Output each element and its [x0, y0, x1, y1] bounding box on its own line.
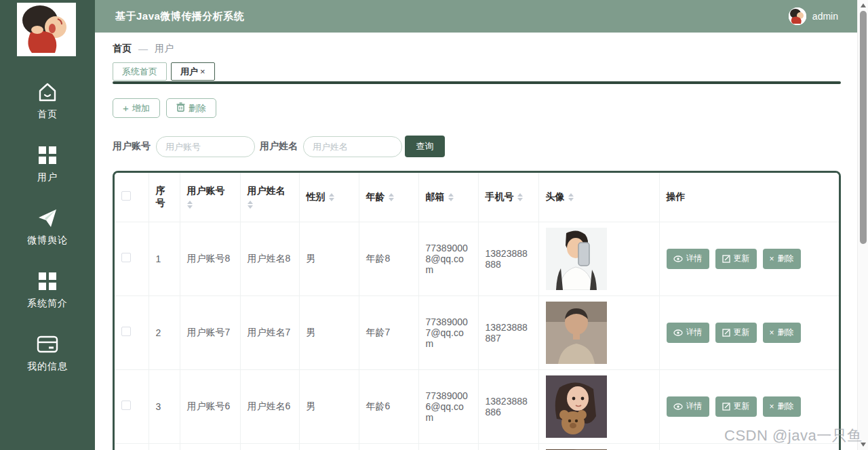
tab-label: 用户 [180, 66, 198, 78]
cell-name: 用户姓名7 [240, 295, 299, 369]
row-checkbox[interactable] [121, 253, 131, 262]
cell-email: 773890008@qq.com [418, 222, 478, 295]
row-delete-label: 删除 [778, 253, 794, 264]
detail-button[interactable]: 详情 [667, 323, 709, 343]
edit-icon [722, 329, 730, 337]
add-button-label: 增加 [132, 102, 150, 115]
breadcrumb-current: 用户 [155, 43, 174, 55]
user-avatar-image [546, 375, 607, 438]
sort-icon[interactable] [517, 193, 523, 201]
cell-gender: 男 [299, 295, 359, 369]
update-button-label: 更新 [734, 401, 750, 412]
add-button[interactable]: + 增加 [113, 98, 160, 118]
tab-label: 系统首页 [122, 66, 157, 78]
query-button[interactable]: 查询 [405, 136, 445, 157]
row-delete-label: 删除 [778, 327, 794, 338]
select-all-checkbox[interactable] [121, 191, 131, 201]
detail-button-label: 详情 [686, 327, 703, 338]
trash-icon [176, 102, 185, 114]
cell-index: 3 [149, 369, 180, 443]
sort-icon[interactable] [389, 193, 394, 201]
sort-icon[interactable] [187, 201, 193, 209]
tab-underline-bar [113, 81, 841, 84]
header-label: 性别 [307, 191, 326, 203]
header-phone: 手机号 [478, 173, 538, 222]
tab-close-icon[interactable]: × [200, 66, 205, 77]
table-row: 1 用户账号8 用户姓名8 男 年龄8 773890008@qq.com 138… [115, 222, 839, 295]
detail-button[interactable]: 详情 [667, 396, 709, 417]
sidebar-item-my-info[interactable]: 我的信息 [27, 332, 68, 373]
header-avatar: 头像 [538, 173, 659, 222]
header-label: 年龄 [366, 191, 385, 203]
header-ops: 操作 [659, 173, 839, 222]
row-actions: 详情 更新 ×删除 [667, 249, 833, 269]
cell-account: 用户账号6 [180, 369, 240, 443]
scroll-up-icon[interactable] [861, 3, 866, 7]
csdn-watermark: CSDN @java一只鱼 [724, 426, 863, 446]
cell-phone: 13823888885 [478, 443, 538, 450]
detail-button[interactable]: 详情 [667, 249, 709, 269]
row-checkbox[interactable] [121, 327, 131, 336]
x-icon: × [770, 328, 774, 338]
cell-account: 用户账号5 [180, 443, 240, 450]
update-button-label: 更新 [734, 253, 750, 264]
cell-age: 年龄8 [359, 222, 418, 295]
account-search-input[interactable] [156, 136, 255, 157]
name-search-label: 用户姓名 [260, 140, 298, 152]
cell-email: 773890006@qq.com [418, 369, 478, 443]
sidebar-item-weibo-opinion[interactable]: 微博舆论 [27, 206, 68, 247]
tab-system-home[interactable]: 系统首页 [113, 62, 167, 81]
header-label: 用户姓名 [248, 185, 285, 197]
vertical-scrollbar[interactable] [857, 0, 868, 450]
sort-icon[interactable] [448, 193, 454, 201]
cell-phone: 13823888888 [478, 222, 538, 295]
app-window: 首页 用户 微博舆论 系统简介 [0, 0, 868, 450]
sidebar-item-home[interactable]: 首页 [35, 80, 60, 121]
cell-age: 年龄6 [359, 369, 418, 443]
app-title: 基于Java微博传播分析系统 [115, 10, 244, 23]
row-delete-button[interactable]: ×删除 [763, 323, 801, 343]
row-delete-button[interactable]: ×删除 [763, 249, 801, 269]
user-avatar-image [546, 228, 607, 290]
cell-email: 773890007@qq.com [418, 295, 478, 369]
sidebar-item-system-intro[interactable]: 系统简介 [27, 269, 68, 310]
row-delete-button[interactable]: ×删除 [763, 396, 801, 417]
cell-age: 年龄5 [359, 443, 418, 450]
cell-phone: 13823888886 [478, 369, 538, 443]
header-label: 用户账号 [187, 185, 225, 197]
scrollbar-thumb[interactable] [860, 11, 867, 244]
breadcrumb: 首页 — 用户 [113, 43, 174, 55]
eye-icon [673, 255, 683, 262]
sort-icon[interactable] [248, 201, 253, 209]
toolbar: + 增加 删除 [113, 98, 216, 118]
x-icon: × [770, 254, 774, 264]
sort-icon[interactable] [568, 193, 574, 201]
delete-button[interactable]: 删除 [166, 98, 216, 118]
row-actions: 详情 更新 ×删除 [667, 396, 833, 417]
logo-cartoon-image [17, 3, 76, 56]
cell-gender: 男 [299, 222, 359, 295]
cell-gender: 男 [299, 369, 359, 443]
sidebar-item-users[interactable]: 用户 [35, 143, 60, 184]
update-button-label: 更新 [734, 327, 750, 338]
cell-account: 用户账号8 [180, 222, 240, 295]
cell-age: 年龄7 [359, 295, 418, 369]
sort-icon[interactable] [329, 193, 334, 201]
update-button[interactable]: 更新 [715, 323, 757, 343]
update-button[interactable]: 更新 [715, 396, 757, 417]
x-icon: × [770, 402, 774, 411]
cell-index: 1 [149, 222, 180, 295]
sidebar-item-label: 首页 [37, 108, 58, 121]
card-icon [35, 332, 60, 356]
header-name: 用户姓名 [240, 173, 299, 222]
tab-users[interactable]: 用户 × [171, 62, 215, 81]
breadcrumb-home[interactable]: 首页 [113, 43, 132, 55]
top-header-bar: 基于Java微博传播分析系统 admin [95, 0, 857, 33]
update-button[interactable]: 更新 [715, 249, 757, 269]
row-checkbox[interactable] [121, 401, 131, 410]
name-search-input[interactable] [303, 136, 402, 157]
edit-icon [722, 255, 730, 263]
user-menu[interactable]: admin [789, 7, 838, 25]
sidebar-item-label: 用户 [37, 171, 58, 184]
sidebar-nav: 首页 用户 微博舆论 系统简介 [0, 80, 95, 373]
